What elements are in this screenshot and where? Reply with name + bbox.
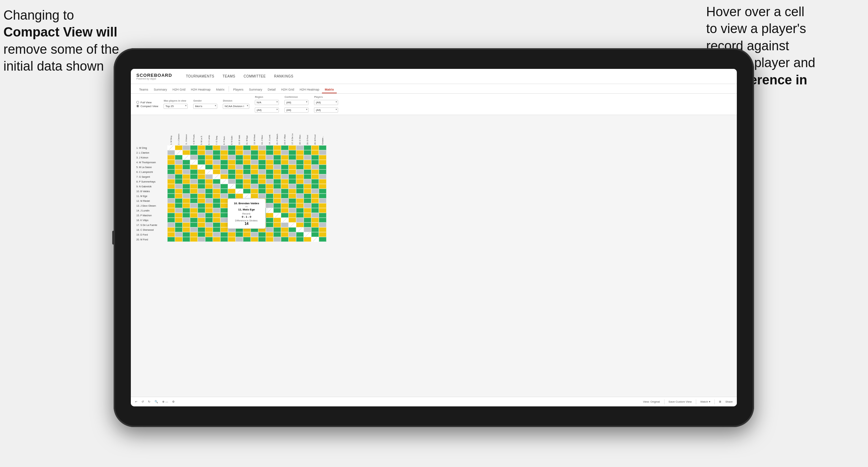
grid-cell-4-6[interactable] <box>213 165 220 169</box>
grid-cell-2-5[interactable] <box>205 155 213 160</box>
grid-cell-13-15[interactable] <box>281 208 289 213</box>
grid-cell-18-14[interactable] <box>273 232 281 237</box>
grid-cell-13-18[interactable] <box>304 208 311 213</box>
grid-cell-14-0[interactable] <box>167 213 175 218</box>
grid-cell-17-16[interactable] <box>289 227 296 232</box>
grid-cell-0-9[interactable] <box>236 145 243 150</box>
grid-cell-1-10[interactable] <box>243 150 251 155</box>
grid-cell-5-13[interactable] <box>266 169 273 174</box>
grid-cell-18-17[interactable] <box>296 232 304 237</box>
grid-cell-2-4[interactable] <box>198 155 205 160</box>
tab-h2h-grid-2[interactable]: H2H Grid <box>279 86 297 93</box>
grid-cell-13-7[interactable] <box>220 208 228 213</box>
watch-btn[interactable]: Watch ▾ <box>700 400 710 403</box>
grid-cell-8-19[interactable] <box>311 184 319 189</box>
grid-cell-17-20[interactable] <box>319 227 326 232</box>
grid-cell-5-0[interactable] <box>167 169 175 174</box>
grid-cell-7-11[interactable] <box>251 179 258 184</box>
grid-cell-19-16[interactable] <box>289 237 296 242</box>
grid-cell-17-4[interactable] <box>198 227 205 232</box>
search-btn[interactable]: 🔍 <box>155 400 158 403</box>
tab-matrix-1[interactable]: Matrix <box>213 86 228 93</box>
grid-cell-1-2[interactable] <box>182 150 190 155</box>
grid-cell-8-2[interactable] <box>182 184 190 189</box>
grid-cell-5-11[interactable] <box>251 169 258 174</box>
grid-cell-4-17[interactable] <box>296 165 304 169</box>
grid-cell-7-1[interactable] <box>175 179 182 184</box>
tab-summary-1[interactable]: Summary <box>151 86 170 93</box>
grid-cell-11-17[interactable] <box>296 198 304 203</box>
grid-cell-0-7[interactable] <box>220 145 228 150</box>
grid-cell-7-17[interactable] <box>296 179 304 184</box>
grid-cell-8-13[interactable] <box>266 184 273 189</box>
grid-cell-19-11[interactable] <box>251 237 258 242</box>
grid-cell-0-15[interactable] <box>281 145 289 150</box>
grid-cell-0-16[interactable] <box>289 145 296 150</box>
grid-cell-17-14[interactable] <box>273 227 281 232</box>
grid-cell-10-8[interactable] <box>228 194 236 198</box>
grid-cell-5-7[interactable] <box>220 169 228 174</box>
grid-cell-19-2[interactable] <box>182 237 190 242</box>
grid-cell-5-9[interactable] <box>236 169 243 174</box>
grid-cell-2-12[interactable] <box>258 155 266 160</box>
region-select-2[interactable]: (All) <box>255 107 279 113</box>
grid-cell-5-2[interactable] <box>182 169 190 174</box>
grid-cell-13-20[interactable] <box>319 208 326 213</box>
grid-cell-3-9[interactable] <box>236 160 243 165</box>
grid-cell-5-1[interactable] <box>175 169 182 174</box>
grid-cell-15-7[interactable] <box>220 218 228 222</box>
grid-cell-3-15[interactable] <box>281 160 289 165</box>
grid-cell-4-12[interactable] <box>258 165 266 169</box>
grid-cell-16-3[interactable] <box>190 222 198 227</box>
grid-btn[interactable]: ⊞ <box>719 400 721 403</box>
grid-cell-13-17[interactable] <box>296 208 304 213</box>
grid-cell-18-12[interactable] <box>258 232 266 237</box>
grid-cell-10-10[interactable] <box>243 194 251 198</box>
grid-cell-9-6[interactable] <box>213 189 220 194</box>
grid-cell-11-2[interactable] <box>182 198 190 203</box>
grid-cell-9-3[interactable] <box>190 189 198 194</box>
grid-cell-6-0[interactable] <box>167 174 175 179</box>
grid-cell-16-2[interactable] <box>182 222 190 227</box>
grid-cell-15-20[interactable] <box>319 218 326 222</box>
grid-cell-10-11[interactable] <box>251 194 258 198</box>
grid-cell-2-10[interactable] <box>243 155 251 160</box>
grid-cell-1-19[interactable] <box>311 150 319 155</box>
grid-cell-4-18[interactable] <box>304 165 311 169</box>
grid-cell-5-19[interactable] <box>311 169 319 174</box>
grid-cell-11-1[interactable] <box>175 198 182 203</box>
grid-cell-12-20[interactable] <box>319 203 326 208</box>
grid-cell-9-4[interactable] <box>198 189 205 194</box>
grid-cell-9-11[interactable] <box>251 189 258 194</box>
grid-cell-19-3[interactable] <box>190 237 198 242</box>
grid-cell-11-5[interactable] <box>205 198 213 203</box>
grid-cell-6-5[interactable] <box>205 174 213 179</box>
grid-cell-15-18[interactable] <box>304 218 311 222</box>
grid-cell-7-8[interactable] <box>228 179 236 184</box>
grid-cell-15-19[interactable] <box>311 218 319 222</box>
grid-cell-1-13[interactable] <box>266 150 273 155</box>
grid-cell-8-9[interactable] <box>236 184 243 189</box>
grid-cell-6-6[interactable] <box>213 174 220 179</box>
grid-cell-19-17[interactable] <box>296 237 304 242</box>
grid-cell-14-13[interactable] <box>266 213 273 218</box>
grid-cell-0-4[interactable] <box>198 145 205 150</box>
settings-btn[interactable]: ⚙ <box>172 400 175 403</box>
grid-cell-1-16[interactable] <box>289 150 296 155</box>
grid-cell-18-11[interactable] <box>251 232 258 237</box>
grid-cell-17-3[interactable] <box>190 227 198 232</box>
grid-cell-16-14[interactable] <box>273 222 281 227</box>
grid-cell-19-0[interactable] <box>167 237 175 242</box>
grid-cell-12-17[interactable] <box>296 203 304 208</box>
nav-committee[interactable]: COMMITTEE <box>243 74 266 78</box>
grid-cell-6-11[interactable] <box>251 174 258 179</box>
grid-cell-3-12[interactable] <box>258 160 266 165</box>
tab-players[interactable]: Players <box>230 86 246 93</box>
undo-btn[interactable]: ↩ <box>135 400 137 403</box>
grid-cell-5-17[interactable] <box>296 169 304 174</box>
grid-cell-16-17[interactable] <box>296 222 304 227</box>
grid-cell-10-7[interactable] <box>220 194 228 198</box>
grid-cell-10-5[interactable] <box>205 194 213 198</box>
tab-h2h-heatmap-1[interactable]: H2H Heatmap <box>188 86 213 93</box>
grid-cell-2-1[interactable] <box>175 155 182 160</box>
